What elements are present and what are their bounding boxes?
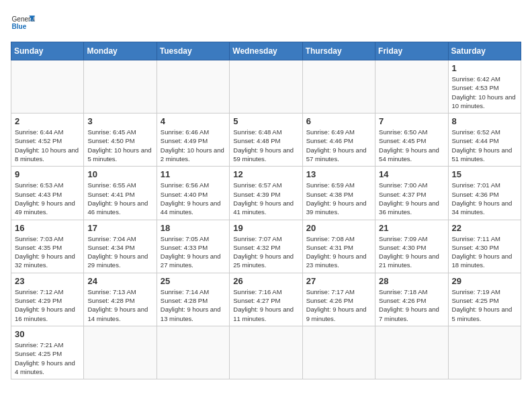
logo: General Blue [11, 11, 35, 35]
calendar-cell: 11Sunrise: 6:56 AM Sunset: 4:40 PM Dayli… [157, 167, 229, 220]
calendar-cell [302, 60, 375, 113]
calendar-cell: 19Sunrise: 7:07 AM Sunset: 4:32 PM Dayli… [230, 220, 302, 273]
calendar-cell: 25Sunrise: 7:14 AM Sunset: 4:28 PM Dayli… [157, 273, 229, 326]
calendar-cell: 13Sunrise: 6:59 AM Sunset: 4:38 PM Dayli… [302, 167, 375, 220]
calendar-week-2: 9Sunrise: 6:53 AM Sunset: 4:43 PM Daylig… [11, 167, 521, 220]
calendar-cell [84, 60, 157, 113]
weekday-header-wednesday: Wednesday [230, 42, 302, 60]
calendar-cell [230, 326, 302, 379]
day-number: 3 [87, 116, 152, 126]
day-number: 15 [452, 169, 517, 179]
calendar-cell: 21Sunrise: 7:09 AM Sunset: 4:30 PM Dayli… [375, 220, 448, 273]
day-info: Sunrise: 7:16 AM Sunset: 4:27 PM Dayligh… [233, 287, 298, 323]
day-number: 11 [161, 169, 226, 179]
weekday-header-thursday: Thursday [302, 42, 375, 60]
day-info: Sunrise: 6:44 AM Sunset: 4:52 PM Dayligh… [15, 128, 80, 163]
calendar-week-3: 16Sunrise: 7:03 AM Sunset: 4:35 PM Dayli… [11, 220, 521, 273]
day-number: 1 [452, 63, 517, 73]
weekday-header-friday: Friday [375, 42, 448, 60]
day-number: 20 [306, 223, 371, 233]
day-info: Sunrise: 7:04 AM Sunset: 4:34 PM Dayligh… [87, 234, 152, 270]
calendar: SundayMondayTuesdayWednesdayThursdayFrid… [11, 42, 521, 379]
day-info: Sunrise: 6:56 AM Sunset: 4:40 PM Dayligh… [161, 181, 226, 216]
day-info: Sunrise: 7:08 AM Sunset: 4:31 PM Dayligh… [306, 234, 371, 270]
day-info: Sunrise: 7:09 AM Sunset: 4:30 PM Dayligh… [379, 234, 444, 270]
calendar-week-4: 23Sunrise: 7:12 AM Sunset: 4:29 PM Dayli… [11, 273, 521, 326]
calendar-cell: 20Sunrise: 7:08 AM Sunset: 4:31 PM Dayli… [302, 220, 375, 273]
day-number: 21 [379, 223, 444, 233]
day-info: Sunrise: 7:21 AM Sunset: 4:25 PM Dayligh… [15, 340, 80, 376]
day-info: Sunrise: 6:55 AM Sunset: 4:41 PM Dayligh… [87, 181, 152, 216]
calendar-cell [448, 326, 521, 379]
day-number: 4 [161, 116, 226, 126]
calendar-week-1: 2Sunrise: 6:44 AM Sunset: 4:52 PM Daylig… [11, 113, 521, 167]
day-info: Sunrise: 7:11 AM Sunset: 4:30 PM Dayligh… [452, 234, 517, 270]
day-number: 28 [379, 276, 444, 286]
calendar-week-0: 1Sunrise: 6:42 AM Sunset: 4:53 PM Daylig… [11, 60, 521, 113]
day-number: 26 [233, 276, 298, 286]
weekday-header-sunday: Sunday [11, 42, 84, 60]
calendar-cell [375, 60, 448, 113]
weekday-header-row: SundayMondayTuesdayWednesdayThursdayFrid… [11, 42, 521, 60]
day-info: Sunrise: 6:48 AM Sunset: 4:48 PM Dayligh… [233, 128, 298, 163]
day-info: Sunrise: 7:13 AM Sunset: 4:28 PM Dayligh… [87, 287, 152, 323]
day-info: Sunrise: 6:57 AM Sunset: 4:39 PM Dayligh… [233, 181, 298, 216]
day-number: 8 [452, 116, 517, 126]
day-number: 23 [15, 276, 80, 286]
calendar-cell: 26Sunrise: 7:16 AM Sunset: 4:27 PM Dayli… [230, 273, 302, 326]
calendar-cell: 17Sunrise: 7:04 AM Sunset: 4:34 PM Dayli… [84, 220, 157, 273]
svg-text:Blue: Blue [11, 23, 26, 30]
calendar-cell: 1Sunrise: 6:42 AM Sunset: 4:53 PM Daylig… [448, 60, 521, 113]
calendar-cell: 29Sunrise: 7:19 AM Sunset: 4:25 PM Dayli… [448, 273, 521, 326]
weekday-header-tuesday: Tuesday [157, 42, 229, 60]
day-info: Sunrise: 7:05 AM Sunset: 4:33 PM Dayligh… [161, 234, 226, 270]
day-number: 16 [15, 223, 80, 233]
day-info: Sunrise: 7:03 AM Sunset: 4:35 PM Dayligh… [15, 234, 80, 270]
weekday-header-saturday: Saturday [448, 42, 521, 60]
day-number: 19 [233, 223, 298, 233]
calendar-cell: 9Sunrise: 6:53 AM Sunset: 4:43 PM Daylig… [11, 167, 84, 220]
day-info: Sunrise: 7:12 AM Sunset: 4:29 PM Dayligh… [15, 287, 80, 323]
day-info: Sunrise: 7:14 AM Sunset: 4:28 PM Dayligh… [161, 287, 226, 323]
day-number: 2 [15, 116, 80, 126]
day-info: Sunrise: 6:50 AM Sunset: 4:45 PM Dayligh… [379, 128, 444, 163]
calendar-cell: 6Sunrise: 6:49 AM Sunset: 4:46 PM Daylig… [302, 113, 375, 167]
calendar-cell: 15Sunrise: 7:01 AM Sunset: 4:36 PM Dayli… [448, 167, 521, 220]
day-info: Sunrise: 6:52 AM Sunset: 4:44 PM Dayligh… [452, 128, 517, 163]
calendar-cell [11, 60, 84, 113]
day-number: 13 [306, 169, 371, 179]
day-info: Sunrise: 7:07 AM Sunset: 4:32 PM Dayligh… [233, 234, 298, 270]
calendar-cell: 12Sunrise: 6:57 AM Sunset: 4:39 PM Dayli… [230, 167, 302, 220]
calendar-cell: 30Sunrise: 7:21 AM Sunset: 4:25 PM Dayli… [11, 326, 84, 379]
logo-icon: General Blue [11, 11, 35, 35]
calendar-cell: 2Sunrise: 6:44 AM Sunset: 4:52 PM Daylig… [11, 113, 84, 167]
calendar-cell [157, 326, 229, 379]
day-number: 5 [233, 116, 298, 126]
day-info: Sunrise: 7:01 AM Sunset: 4:36 PM Dayligh… [452, 181, 517, 216]
day-number: 29 [452, 276, 517, 286]
day-number: 12 [233, 169, 298, 179]
day-info: Sunrise: 7:00 AM Sunset: 4:37 PM Dayligh… [379, 181, 444, 216]
day-number: 14 [379, 169, 444, 179]
weekday-header-monday: Monday [84, 42, 157, 60]
calendar-cell: 18Sunrise: 7:05 AM Sunset: 4:33 PM Dayli… [157, 220, 229, 273]
calendar-cell: 3Sunrise: 6:45 AM Sunset: 4:50 PM Daylig… [84, 113, 157, 167]
calendar-cell: 16Sunrise: 7:03 AM Sunset: 4:35 PM Dayli… [11, 220, 84, 273]
calendar-cell [157, 60, 229, 113]
day-number: 7 [379, 116, 444, 126]
calendar-cell [302, 326, 375, 379]
calendar-cell: 22Sunrise: 7:11 AM Sunset: 4:30 PM Dayli… [448, 220, 521, 273]
day-info: Sunrise: 6:49 AM Sunset: 4:46 PM Dayligh… [306, 128, 371, 163]
day-info: Sunrise: 7:19 AM Sunset: 4:25 PM Dayligh… [452, 287, 517, 323]
day-info: Sunrise: 6:59 AM Sunset: 4:38 PM Dayligh… [306, 181, 371, 216]
day-info: Sunrise: 6:42 AM Sunset: 4:53 PM Dayligh… [452, 75, 517, 110]
calendar-cell: 14Sunrise: 7:00 AM Sunset: 4:37 PM Dayli… [375, 167, 448, 220]
day-info: Sunrise: 7:17 AM Sunset: 4:26 PM Dayligh… [306, 287, 371, 323]
day-number: 27 [306, 276, 371, 286]
calendar-cell: 10Sunrise: 6:55 AM Sunset: 4:41 PM Dayli… [84, 167, 157, 220]
calendar-cell [230, 60, 302, 113]
calendar-week-5: 30Sunrise: 7:21 AM Sunset: 4:25 PM Dayli… [11, 326, 521, 379]
day-number: 10 [87, 169, 152, 179]
calendar-cell [84, 326, 157, 379]
day-info: Sunrise: 6:53 AM Sunset: 4:43 PM Dayligh… [15, 181, 80, 216]
